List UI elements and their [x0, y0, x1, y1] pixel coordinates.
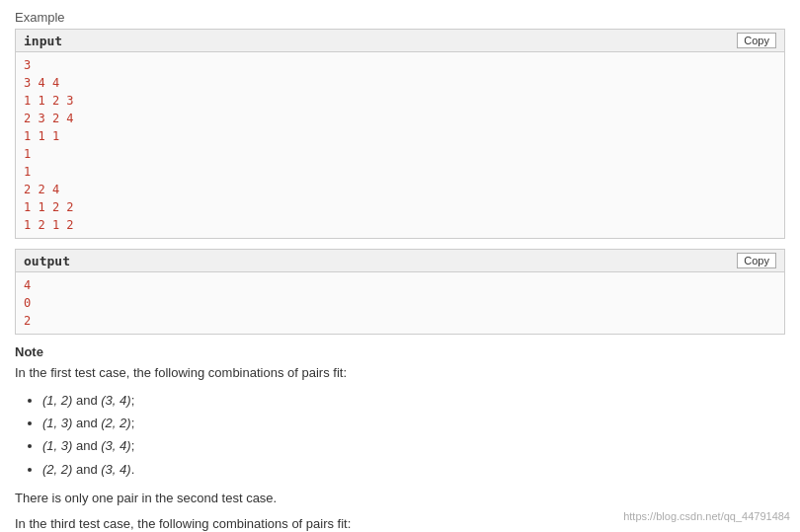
input-content: 3 3 4 4 1 1 2 3 2 3 2 4 1 1 1 1 1 2 2 4 … — [16, 52, 784, 238]
input-box-header: input Copy — [16, 30, 784, 52]
input-copy-button[interactable]: Copy — [737, 33, 776, 48]
output-label: output — [24, 254, 70, 268]
note-intro: In the first test case, the following co… — [15, 363, 785, 383]
output-content: 4 0 2 — [16, 272, 784, 334]
output-box-header: output Copy — [16, 250, 784, 272]
output-copy-button[interactable]: Copy — [737, 253, 776, 268]
first-combinations-list: (1, 2) and (3, 4); (1, 3) and (2, 2); (1… — [15, 389, 785, 482]
output-text: 4 0 2 — [24, 276, 776, 330]
watermark: https://blog.csdn.net/qq_44791484 — [623, 510, 790, 522]
example-title: Example — [15, 10, 785, 25]
input-box: input Copy 3 3 4 4 1 1 2 3 2 3 2 4 1 1 1… — [15, 29, 785, 239]
note-second-para: There is only one pair in the second tes… — [15, 489, 785, 508]
input-label: input — [24, 34, 62, 48]
list-item: (1, 3) and (2, 2); — [42, 412, 785, 434]
output-box: output Copy 4 0 2 — [15, 249, 785, 335]
note-title: Note — [15, 344, 785, 359]
note-section: Note In the first test case, the followi… — [15, 344, 785, 532]
input-text: 3 3 4 4 1 1 2 3 2 3 2 4 1 1 1 1 1 2 2 4 … — [24, 56, 776, 234]
list-item: (1, 3) and (3, 4); — [42, 434, 785, 457]
list-item: (1, 2) and (3, 4); — [42, 389, 785, 412]
list-item: (2, 2) and (3, 4). — [42, 458, 785, 481]
